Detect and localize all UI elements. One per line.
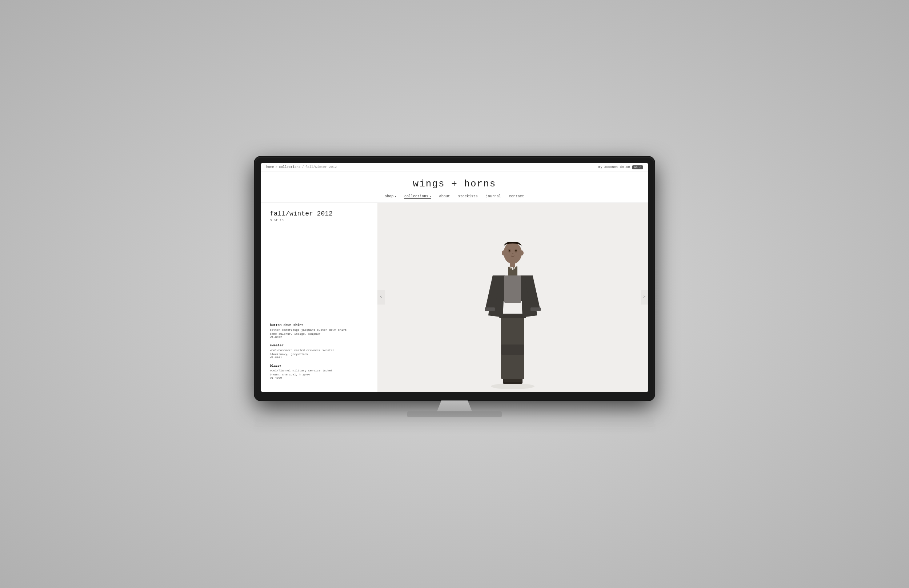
product-2-colors: black/navy, grey/black xyxy=(270,352,370,356)
product-1-sku: WI-8072 xyxy=(270,336,370,339)
svg-rect-11 xyxy=(485,307,495,311)
collection-title: fall/winter 2012 xyxy=(270,210,370,217)
breadcrumb-current: fall/winter 2012 xyxy=(306,165,337,169)
svg-point-16 xyxy=(513,267,514,268)
collections-arrow-icon: ▾ xyxy=(429,195,431,198)
monitor-reflection xyxy=(254,417,655,432)
product-3-colors: brown, charcoal, h.grey xyxy=(270,373,370,376)
breadcrumb: home > collections / fall/winter 2012 xyxy=(266,165,337,169)
top-bar: home > collections / fall/winter 2012 my… xyxy=(261,163,648,172)
site-header: wings + horns xyxy=(261,172,648,192)
screen-inner: home > collections / fall/winter 2012 my… xyxy=(261,163,648,392)
product-item-1: button down shirt cotton camoflauge jacq… xyxy=(270,323,370,339)
left-panel: fall/winter 2012 3 of 18 button down shi… xyxy=(261,203,377,392)
product-3-desc: wool/flannel military service jacket xyxy=(270,368,370,373)
nav-collections[interactable]: collections ▾ xyxy=(404,194,431,199)
monitor-stand-base xyxy=(407,411,502,417)
main-nav: shop ▾ collections ▾ about stockists jou… xyxy=(261,192,648,203)
svg-point-25 xyxy=(520,250,524,255)
cart-badge[interactable]: 00 ✓ xyxy=(632,165,643,170)
svg-rect-10 xyxy=(499,313,526,318)
fashion-figure-svg xyxy=(449,203,576,392)
svg-rect-8 xyxy=(501,344,513,355)
product-2-desc: wool/cashmere marled crewneck sweater xyxy=(270,348,370,352)
collection-count: 3 of 18 xyxy=(270,219,370,222)
product-1-name: button down shirt xyxy=(270,323,370,327)
breadcrumb-home[interactable]: home xyxy=(266,165,274,169)
next-image-button[interactable]: > xyxy=(641,290,648,305)
breadcrumb-sep2: / xyxy=(302,165,304,169)
cart-price: $0.00 xyxy=(620,165,630,169)
product-2-sku: WI-8031 xyxy=(270,356,370,359)
product-2-name: sweater xyxy=(270,344,370,347)
product-details: button down shirt cotton camoflauge jacq… xyxy=(270,316,370,384)
svg-point-15 xyxy=(511,268,512,268)
svg-point-17 xyxy=(515,267,516,268)
svg-point-14 xyxy=(509,267,511,268)
nav-about[interactable]: about xyxy=(439,194,450,199)
product-1-desc: cotton camoflauge jacquard button down s… xyxy=(270,328,370,332)
breadcrumb-collections[interactable]: collections xyxy=(279,165,300,169)
nav-journal[interactable]: journal xyxy=(486,194,501,199)
product-3-sku: WI-4089 xyxy=(270,376,370,380)
nav-shop[interactable]: shop ▾ xyxy=(385,194,396,199)
product-item-2: sweater wool/cashmere marled crewneck sw… xyxy=(270,344,370,359)
product-3-name: blazer xyxy=(270,364,370,368)
svg-point-1 xyxy=(491,383,534,389)
product-item-3: blazer wool/flannel military service jac… xyxy=(270,364,370,380)
monitor-stand-neck xyxy=(433,401,476,411)
shop-arrow-icon: ▾ xyxy=(395,195,396,198)
svg-point-19 xyxy=(504,242,522,264)
account-area: my account $0.00 00 ✓ xyxy=(598,165,643,170)
nav-stockists[interactable]: stockists xyxy=(458,194,478,199)
site-title: wings + horns xyxy=(261,178,648,189)
my-account-link[interactable]: my account xyxy=(598,165,618,169)
prev-image-button[interactable]: < xyxy=(377,290,385,305)
content-area: fall/winter 2012 3 of 18 button down shi… xyxy=(261,203,648,392)
image-area: < xyxy=(377,203,648,392)
svg-point-24 xyxy=(502,250,505,255)
monitor-body: home > collections / fall/winter 2012 my… xyxy=(254,157,655,401)
nav-contact[interactable]: contact xyxy=(509,194,524,199)
svg-point-23 xyxy=(515,250,517,252)
svg-rect-12 xyxy=(531,307,541,311)
fashion-figure-container xyxy=(377,203,648,392)
monitor-screen: home > collections / fall/winter 2012 my… xyxy=(261,163,648,392)
svg-point-22 xyxy=(509,250,510,252)
breadcrumb-sep1: > xyxy=(276,165,277,169)
product-1-colors: camo sulphur, indigo, sulphur xyxy=(270,332,370,336)
svg-rect-9 xyxy=(512,344,524,355)
